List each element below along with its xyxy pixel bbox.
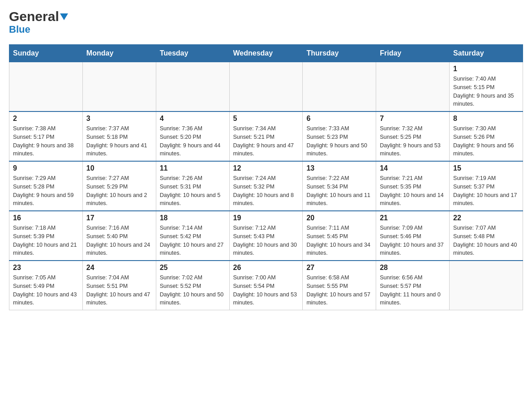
calendar-body: 1Sunrise: 7:40 AM Sunset: 5:15 PM Daylig… [9, 62, 523, 310]
calendar-week-5: 23Sunrise: 7:05 AM Sunset: 5:49 PM Dayli… [9, 261, 523, 310]
calendar-cell [82, 62, 156, 112]
day-number: 13 [306, 164, 372, 172]
day-number: 28 [380, 264, 446, 272]
calendar-cell [9, 62, 83, 112]
calendar-week-1: 1Sunrise: 7:40 AM Sunset: 5:15 PM Daylig… [9, 62, 523, 112]
day-info: Sunrise: 7:36 AM Sunset: 5:20 PM Dayligh… [160, 124, 226, 158]
page-header: General Blue [9, 9, 523, 35]
calendar-cell: 10Sunrise: 7:27 AM Sunset: 5:29 PM Dayli… [82, 161, 156, 211]
calendar-cell: 19Sunrise: 7:12 AM Sunset: 5:43 PM Dayli… [229, 211, 303, 261]
logo-triangle-icon [60, 13, 68, 20]
calendar-cell [229, 62, 303, 112]
day-number: 18 [160, 214, 226, 222]
calendar-cell: 9Sunrise: 7:29 AM Sunset: 5:28 PM Daylig… [9, 161, 83, 211]
day-number: 25 [160, 264, 226, 272]
calendar-week-2: 2Sunrise: 7:38 AM Sunset: 5:17 PM Daylig… [9, 111, 523, 161]
day-number: 24 [86, 264, 152, 272]
calendar-cell: 14Sunrise: 7:21 AM Sunset: 5:35 PM Dayli… [376, 161, 450, 211]
day-number: 6 [306, 115, 372, 123]
calendar-cell: 24Sunrise: 7:04 AM Sunset: 5:51 PM Dayli… [82, 261, 156, 310]
calendar-cell: 8Sunrise: 7:30 AM Sunset: 5:26 PM Daylig… [450, 111, 523, 161]
calendar-cell: 28Sunrise: 6:56 AM Sunset: 5:57 PM Dayli… [376, 261, 450, 310]
day-info: Sunrise: 7:14 AM Sunset: 5:42 PM Dayligh… [160, 224, 226, 257]
day-number: 20 [306, 214, 372, 222]
day-number: 7 [380, 115, 446, 123]
day-number: 27 [306, 264, 372, 272]
day-header-thursday: Thursday [303, 45, 376, 62]
day-info: Sunrise: 7:34 AM Sunset: 5:21 PM Dayligh… [233, 124, 299, 158]
day-number: 4 [160, 115, 226, 123]
day-number: 16 [13, 214, 79, 222]
day-info: Sunrise: 7:26 AM Sunset: 5:31 PM Dayligh… [160, 174, 226, 208]
day-info: Sunrise: 7:19 AM Sunset: 5:37 PM Dayligh… [453, 174, 519, 208]
day-number: 12 [233, 164, 299, 172]
calendar-cell [450, 261, 523, 310]
calendar-cell [156, 62, 229, 112]
day-info: Sunrise: 7:27 AM Sunset: 5:29 PM Dayligh… [86, 174, 152, 208]
calendar-cell: 5Sunrise: 7:34 AM Sunset: 5:21 PM Daylig… [229, 111, 303, 161]
calendar-cell: 27Sunrise: 6:58 AM Sunset: 5:55 PM Dayli… [303, 261, 376, 310]
calendar-cell: 23Sunrise: 7:05 AM Sunset: 5:49 PM Dayli… [9, 261, 83, 310]
day-number: 2 [13, 115, 79, 123]
day-info: Sunrise: 7:12 AM Sunset: 5:43 PM Dayligh… [233, 224, 299, 257]
day-number: 17 [86, 214, 152, 222]
day-number: 14 [380, 164, 446, 172]
day-number: 8 [453, 115, 519, 123]
calendar-cell: 25Sunrise: 7:02 AM Sunset: 5:52 PM Dayli… [156, 261, 229, 310]
day-header-sunday: Sunday [9, 45, 83, 62]
day-info: Sunrise: 7:09 AM Sunset: 5:46 PM Dayligh… [380, 224, 446, 257]
calendar-cell: 21Sunrise: 7:09 AM Sunset: 5:46 PM Dayli… [376, 211, 450, 261]
day-info: Sunrise: 7:21 AM Sunset: 5:35 PM Dayligh… [380, 174, 446, 208]
day-number: 23 [13, 264, 79, 272]
day-info: Sunrise: 6:56 AM Sunset: 5:57 PM Dayligh… [380, 274, 446, 307]
calendar-cell: 26Sunrise: 7:00 AM Sunset: 5:54 PM Dayli… [229, 261, 303, 310]
day-info: Sunrise: 7:22 AM Sunset: 5:34 PM Dayligh… [306, 174, 372, 208]
day-info: Sunrise: 7:02 AM Sunset: 5:52 PM Dayligh… [160, 274, 226, 307]
day-number: 15 [453, 164, 519, 172]
day-number: 3 [86, 115, 152, 123]
calendar-cell: 13Sunrise: 7:22 AM Sunset: 5:34 PM Dayli… [303, 161, 376, 211]
day-info: Sunrise: 7:11 AM Sunset: 5:45 PM Dayligh… [306, 224, 372, 257]
calendar-cell: 17Sunrise: 7:16 AM Sunset: 5:40 PM Dayli… [82, 211, 156, 261]
calendar-cell: 6Sunrise: 7:33 AM Sunset: 5:23 PM Daylig… [303, 111, 376, 161]
calendar-cell: 1Sunrise: 7:40 AM Sunset: 5:15 PM Daylig… [450, 62, 523, 112]
calendar-cell: 2Sunrise: 7:38 AM Sunset: 5:17 PM Daylig… [9, 111, 83, 161]
day-number: 1 [453, 65, 519, 73]
calendar-cell [376, 62, 450, 112]
calendar-cell: 7Sunrise: 7:32 AM Sunset: 5:25 PM Daylig… [376, 111, 450, 161]
calendar-cell: 3Sunrise: 7:37 AM Sunset: 5:18 PM Daylig… [82, 111, 156, 161]
day-header-saturday: Saturday [450, 45, 523, 62]
day-number: 19 [233, 214, 299, 222]
day-info: Sunrise: 7:40 AM Sunset: 5:15 PM Dayligh… [453, 75, 519, 108]
calendar-header: SundayMondayTuesdayWednesdayThursdayFrid… [9, 45, 523, 62]
day-info: Sunrise: 7:30 AM Sunset: 5:26 PM Dayligh… [453, 124, 519, 158]
day-info: Sunrise: 7:32 AM Sunset: 5:25 PM Dayligh… [380, 124, 446, 158]
day-number: 26 [233, 264, 299, 272]
calendar-week-3: 9Sunrise: 7:29 AM Sunset: 5:28 PM Daylig… [9, 161, 523, 211]
day-info: Sunrise: 7:16 AM Sunset: 5:40 PM Dayligh… [86, 224, 152, 257]
day-info: Sunrise: 7:07 AM Sunset: 5:48 PM Dayligh… [453, 224, 519, 257]
day-info: Sunrise: 7:37 AM Sunset: 5:18 PM Dayligh… [86, 124, 152, 158]
logo-general-text: General [9, 9, 59, 24]
day-info: Sunrise: 7:18 AM Sunset: 5:39 PM Dayligh… [13, 224, 79, 257]
day-info: Sunrise: 7:00 AM Sunset: 5:54 PM Dayligh… [233, 274, 299, 307]
day-number: 11 [160, 164, 226, 172]
calendar-cell: 22Sunrise: 7:07 AM Sunset: 5:48 PM Dayli… [450, 211, 523, 261]
logo: General Blue [9, 9, 68, 35]
day-number: 5 [233, 115, 299, 123]
day-header-wednesday: Wednesday [229, 45, 303, 62]
day-number: 22 [453, 214, 519, 222]
calendar-cell: 4Sunrise: 7:36 AM Sunset: 5:20 PM Daylig… [156, 111, 229, 161]
day-number: 10 [86, 164, 152, 172]
day-info: Sunrise: 7:29 AM Sunset: 5:28 PM Dayligh… [13, 174, 79, 208]
day-number: 9 [13, 164, 79, 172]
day-info: Sunrise: 7:05 AM Sunset: 5:49 PM Dayligh… [13, 274, 79, 307]
logo-blue-text: Blue [9, 24, 30, 35]
calendar-cell [303, 62, 376, 112]
calendar-cell: 12Sunrise: 7:24 AM Sunset: 5:32 PM Dayli… [229, 161, 303, 211]
calendar-cell: 20Sunrise: 7:11 AM Sunset: 5:45 PM Dayli… [303, 211, 376, 261]
calendar-cell: 15Sunrise: 7:19 AM Sunset: 5:37 PM Dayli… [450, 161, 523, 211]
day-header-monday: Monday [82, 45, 156, 62]
day-info: Sunrise: 7:33 AM Sunset: 5:23 PM Dayligh… [306, 124, 372, 158]
calendar-cell: 11Sunrise: 7:26 AM Sunset: 5:31 PM Dayli… [156, 161, 229, 211]
